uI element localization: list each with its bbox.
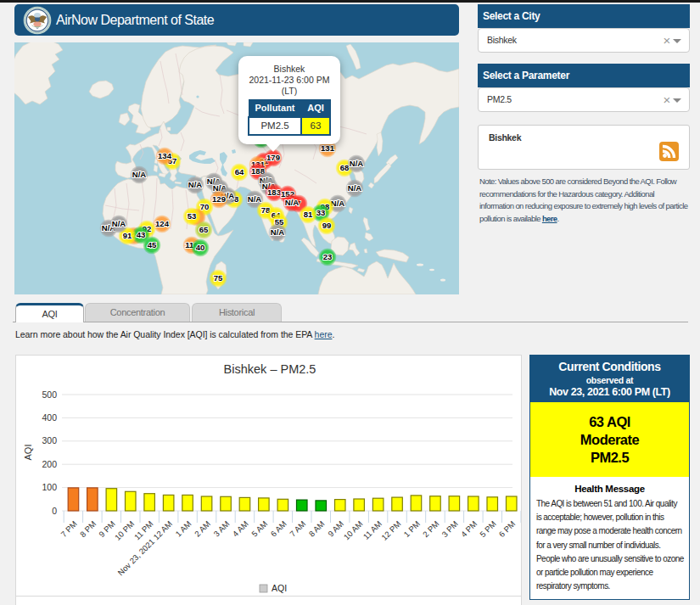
svg-text:N/A: N/A [285, 198, 300, 207]
svg-text:131: 131 [321, 143, 335, 153]
svg-text:2 PM: 2 PM [421, 519, 441, 540]
svg-text:134: 134 [158, 151, 172, 160]
svg-text:45: 45 [148, 240, 157, 249]
svg-text:1 AM: 1 AM [173, 519, 193, 539]
svg-text:N/A: N/A [348, 183, 362, 193]
svg-text:N/A: N/A [271, 227, 285, 237]
svg-text:4 PM: 4 PM [459, 519, 479, 540]
svg-text:6 AM: 6 AM [269, 519, 288, 539]
svg-text:200: 200 [42, 459, 57, 469]
svg-text:7 PM: 7 PM [59, 519, 79, 540]
svg-text:10 PM: 10 PM [113, 519, 136, 542]
svg-text:AQI: AQI [272, 583, 287, 593]
svg-text:12 PM: 12 PM [379, 519, 402, 542]
svg-text:AQI: AQI [23, 445, 33, 461]
svg-text:N/A: N/A [112, 219, 126, 228]
svg-text:75: 75 [214, 273, 223, 283]
svg-text:5 AM: 5 AM [249, 519, 269, 539]
svg-text:33: 33 [316, 208, 326, 217]
svg-text:100: 100 [42, 482, 57, 492]
svg-text:8 AM: 8 AM [307, 519, 327, 539]
svg-text:N/A: N/A [188, 180, 203, 189]
svg-text:N/A: N/A [132, 170, 147, 179]
svg-text:53: 53 [188, 211, 197, 221]
svg-text:7 AM: 7 AM [288, 519, 307, 539]
svg-text:65: 65 [199, 225, 209, 234]
svg-text:129: 129 [212, 194, 226, 204]
svg-text:3 AM: 3 AM [211, 519, 231, 539]
svg-text:10 AM: 10 AM [342, 519, 365, 542]
svg-text:3 PM: 3 PM [440, 519, 460, 540]
svg-text:183: 183 [267, 188, 281, 197]
svg-text:2 AM: 2 AM [193, 519, 212, 539]
svg-text:1 PM: 1 PM [401, 519, 422, 540]
svg-text:8 PM: 8 PM [78, 519, 98, 540]
svg-text:124: 124 [155, 219, 170, 228]
svg-text:23: 23 [323, 252, 333, 261]
svg-text:179: 179 [266, 153, 280, 162]
svg-text:Bishkek – PM2.5: Bishkek – PM2.5 [224, 362, 316, 376]
svg-text:4 AM: 4 AM [231, 519, 250, 539]
svg-text:11 AM: 11 AM [361, 519, 384, 541]
svg-text:N/A: N/A [248, 194, 262, 204]
svg-text:5 PM: 5 PM [478, 519, 498, 540]
svg-text:91: 91 [123, 231, 132, 240]
svg-text:40: 40 [196, 243, 205, 252]
svg-text:99: 99 [322, 221, 332, 230]
svg-text:300: 300 [42, 435, 57, 445]
svg-text:500: 500 [42, 389, 57, 400]
svg-text:64: 64 [235, 167, 244, 176]
svg-text:N/A: N/A [350, 159, 364, 168]
svg-text:400: 400 [42, 412, 57, 423]
svg-text:43: 43 [137, 230, 146, 239]
svg-text:0: 0 [52, 506, 57, 516]
svg-text:81: 81 [304, 210, 313, 219]
svg-text:6 PM: 6 PM [497, 519, 518, 540]
